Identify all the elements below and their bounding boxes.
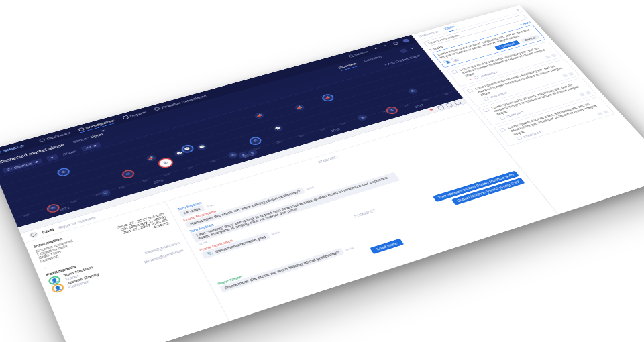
assignee-icon[interactable]: 👤 [443,60,451,64]
checkbox[interactable] [451,70,458,74]
checkbox[interactable] [499,127,506,132]
chevron-down-icon [93,144,97,147]
tag-icon[interactable] [562,74,568,77]
checkbox[interactable] [467,89,474,93]
tab-tasks[interactable]: Tasks [443,25,458,32]
radar-icon [154,107,160,111]
tag-icon[interactable] [585,91,591,95]
tag-icon[interactable] [603,110,609,114]
note-icon[interactable] [445,103,453,107]
calendar-icon [483,97,489,101]
calendar-icon [474,76,480,79]
user-avatar[interactable] [402,38,410,43]
chat-icon: 💬 [28,231,39,239]
chevron-down-icon [34,161,38,164]
priority-icon: ▲ [468,78,474,81]
collapse-icon[interactable]: » [515,8,520,12]
flag-icon[interactable] [428,107,436,112]
info-icon[interactable] [399,48,407,53]
tag-icon[interactable] [437,105,445,110]
checkbox[interactable] [482,108,489,112]
doc-icon [122,115,129,120]
calendar-icon[interactable]: ▦ [451,57,460,62]
tag-icon[interactable] [597,112,603,116]
gear-icon[interactable] [392,42,399,46]
tag-icon[interactable] [545,56,551,59]
shield-icon [0,150,1,156]
bell-icon[interactable] [372,47,379,51]
tag-icon[interactable] [568,72,574,75]
calendar-icon [499,116,505,120]
alert-icon[interactable] [382,44,389,48]
magnify-icon [78,127,85,132]
chat-title: Chat [41,227,55,235]
tag-icon[interactable] [579,93,585,97]
paperclip-icon: 📎 [206,251,214,256]
calendar-icon [516,136,522,140]
trash-icon[interactable] [454,100,462,105]
tag-icon[interactable] [551,54,557,57]
search-icon [347,54,354,58]
app-window: SHIELD Dashboard Investigations Reports … [0,5,644,342]
chevron-down-icon[interactable] [410,47,415,49]
funnel-chip[interactable]: ▾ [46,154,59,162]
gauge-icon [39,138,46,143]
